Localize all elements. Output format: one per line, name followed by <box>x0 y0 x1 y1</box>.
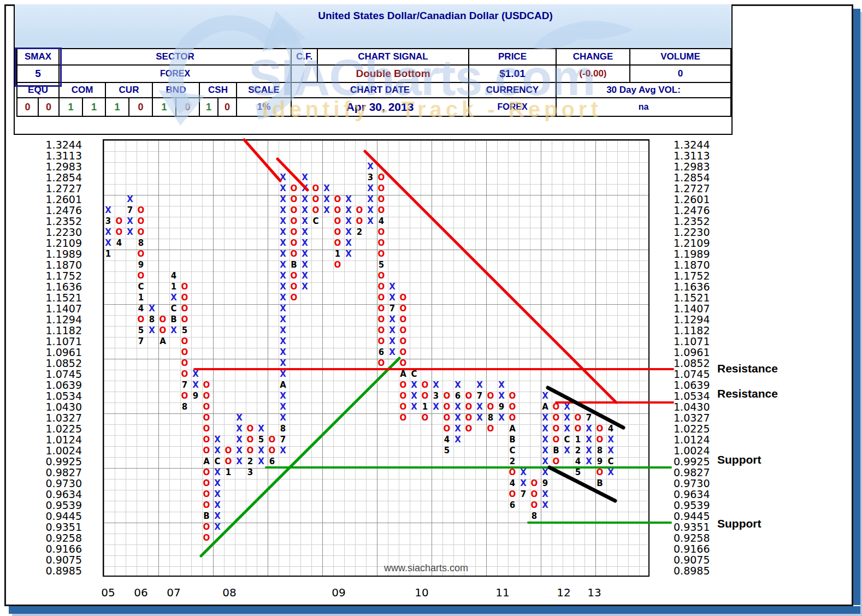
pnf-x: X <box>321 194 332 205</box>
pnf-o: O <box>332 216 343 227</box>
pnf-x: X <box>299 238 310 248</box>
price-label-left: 1.2727 <box>27 183 82 194</box>
pnf-o: O <box>398 380 409 390</box>
pnf-x: X <box>540 423 551 434</box>
flag-cell-7: 0 <box>175 97 200 117</box>
price-label-left: 1.0124 <box>27 434 82 445</box>
pnf-month-7: 7 <box>387 303 398 314</box>
pnf-x: X <box>540 500 551 511</box>
pnf-x: X <box>278 369 288 380</box>
chart-signal-value: Double Bottom <box>317 64 469 83</box>
pnf-o: O <box>376 183 387 194</box>
chart-header: United States Dollar/Canadian Dollar (US… <box>14 4 733 135</box>
avgvol-value: na <box>556 97 731 117</box>
price-label-left: 1.0327 <box>27 412 82 423</box>
pnf-o: O <box>135 270 146 281</box>
price-label-right: 1.2601 <box>674 194 710 205</box>
pnf-x: X <box>278 227 288 238</box>
price-label-left: 1.1636 <box>27 281 82 292</box>
pnf-o: O <box>179 281 190 292</box>
price-label-left: 1.0225 <box>27 423 82 434</box>
change-value: (-0.00) <box>556 64 630 83</box>
pnf-o: O <box>507 489 518 500</box>
pnf-o: O <box>376 358 387 369</box>
price-label-left: 1.0852 <box>27 358 82 369</box>
pnf-x: X <box>103 205 114 216</box>
year-label-12: 12 <box>552 586 576 599</box>
pnf-x: X <box>430 401 441 412</box>
sector-value: FOREX <box>58 64 292 83</box>
price-label-left: 1.2854 <box>27 172 82 183</box>
pnf-x: X <box>605 445 616 456</box>
year-label-07: 07 <box>162 586 186 599</box>
pnf-o: O <box>245 423 256 434</box>
pnf-month-5: 5 <box>256 434 267 445</box>
pnf-o: O <box>376 227 387 238</box>
pnf-o: O <box>135 314 146 325</box>
pnf-o: O <box>398 412 409 423</box>
price-label-right: 1.0639 <box>674 380 710 390</box>
price-label-right: 1.0745 <box>674 369 710 380</box>
csh-header: CSH <box>199 82 237 98</box>
pnf-o: O <box>398 347 409 358</box>
pnf-o: O <box>551 401 562 412</box>
price-label-left: 1.0024 <box>27 445 82 456</box>
pnf-o: O <box>114 227 125 238</box>
equ-header: EQU <box>16 82 60 98</box>
price-value: $1.01 <box>468 64 557 83</box>
price-label-left: 0.8985 <box>27 565 82 576</box>
pnf-x: X <box>299 270 310 281</box>
pnf-month-2: 2 <box>245 456 256 467</box>
sia-pnf-chart-page: United States Dollar/Canadian Dollar (US… <box>0 0 862 616</box>
pnf-o: O <box>376 292 387 303</box>
pnf-x: X <box>452 412 463 423</box>
pnf-x: X <box>474 380 485 390</box>
pnf-o: O <box>135 227 146 238</box>
scale-value: 1% <box>236 97 292 117</box>
pnf-x: X <box>605 434 616 445</box>
flag-cell-0: 0 <box>16 97 39 117</box>
price-label-right: 1.1407 <box>674 303 710 314</box>
pnf-x: X <box>278 401 288 412</box>
pnf-month-6: 6 <box>452 390 463 401</box>
price-label-left: 1.0961 <box>27 347 82 358</box>
pnf-month-3: 3 <box>103 216 114 227</box>
pnf-x: X <box>299 281 310 292</box>
pnf-x: X <box>409 390 420 401</box>
pnf-o: O <box>594 423 605 434</box>
change-header: CHANGE <box>556 48 630 66</box>
price-label-right: 0.9258 <box>674 532 710 543</box>
price-label-right: 1.3113 <box>674 150 710 161</box>
pnf-month-A: A <box>540 401 551 412</box>
pnf-o: O <box>441 412 452 423</box>
pnf-o: O <box>551 434 562 445</box>
pnf-o: O <box>376 172 387 183</box>
pnf-o: O <box>376 270 387 281</box>
pnf-o: O <box>288 238 299 248</box>
pnf-month-5: 5 <box>572 467 583 478</box>
pnf-x: X <box>125 194 135 205</box>
pnf-o: O <box>157 325 168 336</box>
pnf-x: X <box>365 183 376 194</box>
pnf-o: O <box>201 522 212 532</box>
pnf-month-C: C <box>605 456 616 467</box>
year-label-10: 10 <box>410 586 434 599</box>
pnf-x: X <box>256 423 267 434</box>
pnf-x: X <box>562 445 572 456</box>
pnf-x: X <box>452 401 463 412</box>
pnf-o: O <box>398 390 409 401</box>
pnf-x: X <box>234 456 245 467</box>
pnf-x: X <box>256 445 267 456</box>
pnf-o: O <box>201 423 212 434</box>
pnf-o: O <box>441 390 452 401</box>
pnf-x: X <box>278 216 288 227</box>
pnf-o: O <box>551 423 562 434</box>
pnf-o: O <box>529 478 540 489</box>
pnf-month-7: 7 <box>179 380 190 390</box>
pnf-x: X <box>256 456 267 467</box>
price-label-left: 1.0430 <box>27 401 82 412</box>
pnf-o: O <box>507 467 518 478</box>
chart-date-header: CHART DATE <box>291 82 469 98</box>
pnf-x: X <box>278 292 288 303</box>
price-label-left: 1.2109 <box>27 238 82 248</box>
